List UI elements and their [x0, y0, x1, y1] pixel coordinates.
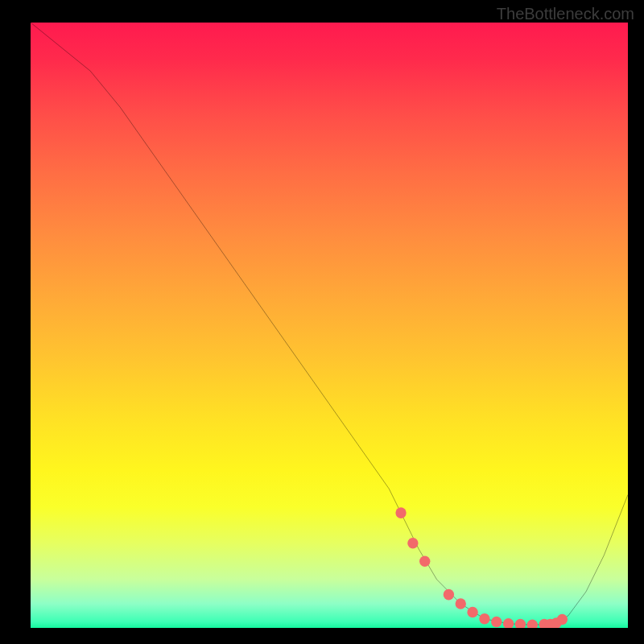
highlight-marker	[395, 507, 406, 518]
chart-svg	[31, 23, 628, 628]
highlight-marker	[515, 619, 526, 628]
highlight-marker	[467, 607, 477, 618]
highlight-markers	[395, 507, 568, 628]
highlight-marker	[456, 598, 466, 609]
highlight-marker	[491, 617, 502, 628]
chart-plot-area	[31, 23, 628, 628]
bottleneck-curve	[31, 23, 628, 625]
highlight-marker	[444, 589, 454, 601]
highlight-marker	[557, 614, 568, 625]
highlight-marker	[419, 556, 430, 568]
watermark-text: TheBottleneck.com	[497, 5, 634, 23]
highlight-marker	[503, 618, 514, 628]
highlight-marker	[407, 538, 418, 549]
highlight-marker	[527, 619, 538, 628]
highlight-marker	[479, 613, 489, 625]
